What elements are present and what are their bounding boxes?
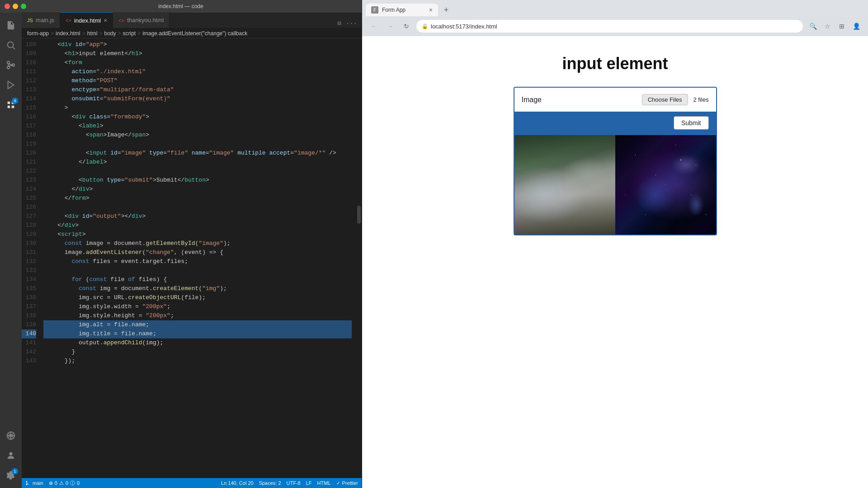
- extensions-badge: 4: [12, 98, 18, 104]
- status-bar: main ⊗ 0 ⚠ 0 ⓘ 0 Ln 140, Col 20 Spaces: …: [22, 478, 362, 488]
- status-eol[interactable]: LF: [306, 480, 312, 486]
- breadcrumb-sep-5: >: [137, 30, 141, 37]
- minimize-window-button[interactable]: [13, 4, 18, 9]
- scrollbar-track[interactable]: [355, 38, 362, 478]
- address-bar[interactable]: 🔒 localhost:5173/index.html: [416, 20, 803, 33]
- form-container: Image Choose Files 2 files Submit: [514, 87, 717, 235]
- code-line-128: </div>: [43, 221, 352, 230]
- code-line-114: onsubmit="submitForm(event)": [43, 94, 352, 103]
- more-actions-icon[interactable]: ···: [345, 19, 358, 28]
- status-language[interactable]: HTML: [317, 480, 331, 486]
- bookmark-button[interactable]: ☆: [821, 20, 834, 33]
- code-line-118: <span>Image</span>: [43, 131, 352, 140]
- extensions-button[interactable]: ⊞: [835, 20, 848, 33]
- activity-debug[interactable]: [2, 76, 20, 94]
- code-line-142: }: [43, 347, 352, 357]
- breadcrumb-form-app[interactable]: form-app: [27, 30, 49, 37]
- url-text: localhost:5173/index.html: [431, 23, 497, 30]
- status-cursor[interactable]: Ln 140, Col 20: [221, 480, 254, 486]
- svg-marker-5: [8, 81, 14, 89]
- breadcrumb-body[interactable]: body: [104, 30, 116, 37]
- browser-tabs-bar: F Form App × +: [362, 0, 868, 16]
- code-line-125: </form>: [43, 194, 352, 203]
- code-line-122: [43, 167, 352, 176]
- profile-button[interactable]: 👤: [850, 20, 863, 33]
- code-line-121: </label>: [43, 158, 352, 167]
- new-tab-button[interactable]: +: [440, 4, 453, 16]
- split-editor-icon[interactable]: ⊟: [336, 19, 342, 28]
- browser-tab-form-app[interactable]: F Form App ×: [366, 4, 438, 16]
- window-title: index.html — code: [158, 3, 203, 9]
- code-line-124: </div>: [43, 185, 352, 194]
- code-line-138: img.style.height = "200px";: [43, 311, 352, 320]
- js-file-icon: JS: [27, 18, 33, 23]
- breadcrumb-index-html[interactable]: index.html: [56, 30, 80, 37]
- breadcrumb-sep-2: >: [82, 30, 85, 37]
- maximize-window-button[interactable]: [21, 4, 26, 9]
- code-line-110: <form: [43, 58, 352, 67]
- form-image-label: Image: [522, 96, 637, 104]
- page-title: input element: [562, 54, 668, 73]
- status-spaces[interactable]: Spaces: 2: [259, 480, 281, 486]
- activity-bar: 4 1: [0, 13, 22, 488]
- tab-main-js[interactable]: JS main.js: [22, 12, 60, 28]
- code-line-111: action="./index.html": [43, 67, 352, 76]
- activity-search[interactable]: [2, 36, 20, 54]
- breadcrumb-html[interactable]: html: [87, 30, 98, 37]
- settings-badge: 1: [12, 468, 18, 474]
- reload-button[interactable]: ↻: [400, 20, 413, 33]
- code-line-123: <button type="submit">Submit</button>: [43, 176, 352, 185]
- activity-remote[interactable]: [2, 427, 20, 445]
- code-line-132: const files = event.target.files;: [43, 257, 352, 266]
- svg-point-2: [7, 61, 10, 64]
- back-button[interactable]: ←: [368, 20, 380, 33]
- choose-files-button[interactable]: Choose Files: [642, 94, 688, 105]
- code-line-134: for (const file of files) {: [43, 275, 352, 284]
- status-branch[interactable]: main: [25, 480, 43, 486]
- code-line-133: [43, 266, 352, 275]
- status-errors[interactable]: ⊗ 0 ⚠ 0 ⓘ 0: [49, 480, 80, 487]
- nav-right-icons: 🔍 ☆ ⊞ 👤: [807, 20, 863, 33]
- status-formatter[interactable]: ✓ Prettier: [336, 480, 358, 486]
- breadcrumb-event[interactable]: image.addEventListener("change") callbac…: [142, 30, 247, 37]
- code-line-141: output.appendChild(img);: [43, 338, 352, 347]
- scrollbar-thumb[interactable]: [357, 206, 361, 224]
- forward-button[interactable]: →: [384, 20, 396, 33]
- code-line-136: img.src = URL.createObjectURL(file);: [43, 293, 352, 302]
- activity-extensions[interactable]: 4: [2, 96, 20, 114]
- code-line-129: <script>: [43, 230, 352, 239]
- breadcrumb-script[interactable]: script: [123, 30, 136, 37]
- zoom-button[interactable]: 🔍: [807, 20, 819, 33]
- browser-nav-bar: ← → ↻ 🔒 localhost:5173/index.html 🔍 ☆ ⊞ …: [362, 16, 868, 36]
- tab-index-html[interactable]: <> index.html ×: [60, 12, 113, 28]
- code-line-117: <label>: [43, 122, 352, 131]
- browser-chrome: F Form App × + ← → ↻ 🔒 localhost:5173/in…: [362, 0, 868, 36]
- breadcrumb-sep-1: >: [51, 30, 54, 37]
- images-preview: [514, 135, 716, 235]
- code-content[interactable]: <div id="app"> <h1>input element</h1> <f…: [40, 38, 355, 478]
- svg-point-0: [8, 42, 14, 48]
- code-line-127: <div id="output"></div>: [43, 212, 352, 221]
- activity-settings[interactable]: 1: [2, 466, 20, 484]
- activity-git[interactable]: [2, 56, 20, 74]
- svg-point-7: [9, 452, 12, 455]
- line-numbers: 108 109 110 111 112 113 114 115 116 117 …: [22, 38, 40, 478]
- code-area[interactable]: 108 109 110 111 112 113 114 115 116 117 …: [22, 38, 362, 478]
- status-encoding[interactable]: UTF-8: [287, 480, 301, 486]
- html-file-icon: <>: [66, 18, 71, 23]
- code-line-112: method="POST": [43, 76, 352, 85]
- code-line-137: img.style.width = "200px";: [43, 302, 352, 311]
- submit-button[interactable]: Submit: [674, 116, 709, 130]
- browser-tab-close[interactable]: ×: [429, 6, 433, 14]
- close-window-button[interactable]: [5, 4, 10, 9]
- code-line-113: enctype="multipart/form-data": [43, 85, 352, 94]
- activity-account[interactable]: [2, 446, 20, 465]
- tab-index-html-label: index.html: [74, 17, 101, 24]
- tab-bar: JS main.js <> index.html × <> thankyou.h…: [22, 13, 362, 28]
- tab-close-button[interactable]: ×: [104, 17, 107, 24]
- tab-thankyou-html[interactable]: <> thankyou.html: [113, 12, 170, 28]
- activity-files[interactable]: [2, 16, 20, 34]
- tab-thankyou-html-label: thankyou.html: [127, 17, 164, 23]
- breadcrumb-sep-4: >: [118, 30, 121, 37]
- form-header: Image Choose Files 2 files: [514, 88, 716, 113]
